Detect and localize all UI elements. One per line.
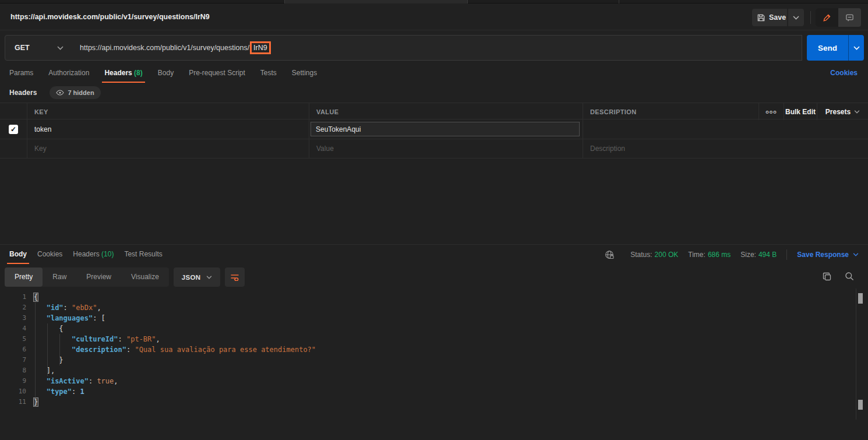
hidden-badge-label: 7 hidden [68, 89, 94, 96]
line-number: 5 [0, 334, 26, 344]
format-select[interactable]: JSON [174, 267, 221, 287]
more-options-icon[interactable]: ooo [758, 103, 784, 120]
send-options-button[interactable] [848, 35, 864, 61]
url-input[interactable]: https://api.movidesk.com/public/v1/surve… [70, 35, 802, 61]
status-label: Status: [630, 251, 652, 259]
presets-button[interactable]: Presets [817, 103, 868, 120]
tab-authorization[interactable]: Authorization [48, 64, 89, 83]
tab-pre-request-script[interactable]: Pre-request Script [189, 64, 245, 83]
tab-strip [0, 0, 868, 3]
response-headers-count: (10) [101, 250, 114, 258]
column-value: VALUE [309, 108, 338, 115]
tab-settings[interactable]: Settings [292, 64, 317, 83]
code-lines: 1{2 "id": "ebDx",3 "languages": [4 {5 "c… [0, 292, 868, 407]
save-response-button[interactable]: Save Response [797, 251, 859, 259]
tab-divider [284, 0, 285, 3]
response-body-viewer[interactable]: 1{2 "id": "ebDx",3 "languages": [4 {5 "c… [0, 288, 868, 440]
header-key-cell[interactable]: token [27, 125, 51, 133]
edit-button[interactable] [816, 8, 838, 27]
code-line: 1{ [0, 292, 868, 302]
size-label: Size: [740, 251, 756, 259]
divider [810, 11, 811, 24]
code-line: 8 ], [0, 365, 868, 376]
line-number: 8 [0, 365, 26, 376]
bulk-edit-button[interactable]: Bulk Edit [784, 103, 817, 120]
view-raw[interactable]: Raw [43, 267, 76, 287]
chevron-down-icon [853, 46, 860, 50]
wrap-lines-button[interactable] [225, 267, 245, 287]
size-value: 494 B [758, 251, 777, 259]
code-line: 5 "cultureId": "pt-BR", [0, 334, 868, 344]
save-button[interactable]: Save [752, 9, 787, 26]
code-line: 10 "type": 1 [0, 386, 868, 397]
view-mode-group: Pretty Raw Preview Visualize [5, 267, 169, 287]
headers-count: (8) [134, 69, 143, 77]
new-description-input[interactable]: Description [583, 145, 625, 153]
code-line: 6 "description": "Qual sua avaliação par… [0, 344, 868, 355]
search-icon[interactable] [845, 272, 854, 283]
new-value-input[interactable]: Value [309, 145, 334, 153]
chevron-down-icon [57, 46, 63, 50]
response-tab-headers[interactable]: Headers (10) [73, 245, 114, 264]
tab-params[interactable]: Params [9, 64, 33, 83]
headers-table: KEY VALUE DESCRIPTION ooo Bulk Edit Pres… [0, 103, 868, 159]
line-number: 9 [0, 376, 26, 386]
response-meta: Status:200 OK Time:686 ms Size:494 B Sav… [605, 245, 859, 265]
status-value: 200 OK [655, 251, 679, 259]
line-number: 11 [0, 397, 26, 407]
row-checkbox[interactable] [9, 125, 18, 134]
request-title: https://api.movidesk.com/public/v1/surve… [10, 4, 210, 30]
view-visualize[interactable]: Visualize [121, 267, 169, 287]
response-tab-cookies[interactable]: Cookies [37, 245, 62, 264]
request-titlebar: https://api.movidesk.com/public/v1/surve… [0, 4, 868, 30]
tab-headers[interactable]: Headers (8) [104, 64, 142, 83]
view-preview[interactable]: Preview [76, 267, 121, 287]
response-tab-body[interactable]: Body [9, 245, 27, 264]
send-button[interactable]: Send [807, 35, 848, 61]
line-number: 10 [0, 386, 26, 397]
request-tab-bar: Params Authorization Headers (8) Body Pr… [9, 64, 317, 83]
time-value: 686 ms [708, 251, 731, 259]
indent-guide [47, 323, 48, 376]
code-line: 2 "id": "ebDx", [0, 302, 868, 313]
eye-icon [56, 90, 64, 96]
header-description-cell[interactable] [583, 119, 868, 139]
active-tab-segment [284, 0, 467, 3]
url-text: https://api.movidesk.com/public/v1/surve… [80, 44, 249, 52]
time-label: Time: [688, 251, 705, 259]
new-key-input[interactable]: Key [27, 145, 47, 153]
scrollbar-mark[interactable] [858, 293, 863, 304]
pencil-icon [823, 13, 831, 22]
line-number: 7 [0, 355, 26, 365]
tab-tests[interactable]: Tests [260, 64, 277, 83]
indent-guide [59, 334, 60, 365]
column-description: DESCRIPTION [583, 108, 637, 115]
globe-lock-icon [605, 250, 615, 260]
tab-divider [619, 0, 619, 3]
comment-icon [845, 13, 854, 22]
comment-button[interactable] [838, 8, 861, 27]
view-pretty[interactable]: Pretty [5, 267, 43, 287]
url-highlight-box: IrN9 [250, 41, 271, 54]
code-line: 11} [0, 397, 868, 407]
cookies-link[interactable]: Cookies [830, 64, 858, 83]
scrollbar-mark[interactable] [858, 400, 863, 410]
edit-comment-group [816, 8, 861, 27]
line-number: 4 [0, 323, 26, 334]
tab-body[interactable]: Body [158, 64, 174, 83]
response-tab-bar: Body Cookies Headers (10) Test Results [9, 245, 163, 265]
method-select[interactable]: GET [5, 35, 71, 61]
hidden-headers-toggle[interactable]: 7 hidden [50, 86, 100, 99]
save-options-button[interactable] [788, 9, 804, 26]
divider [786, 249, 787, 260]
copy-icon[interactable] [822, 272, 832, 284]
chevron-down-icon [206, 276, 212, 279]
chevron-down-icon [854, 110, 860, 114]
save-label: Save [769, 13, 786, 22]
response-tab-test-results[interactable]: Test Results [124, 245, 162, 264]
line-number: 3 [0, 313, 26, 323]
code-line: 7 } [0, 355, 868, 365]
header-value-input[interactable]: SeuTokenAqui [310, 122, 580, 136]
line-number: 2 [0, 302, 26, 313]
headers-section-title: Headers [9, 89, 37, 97]
